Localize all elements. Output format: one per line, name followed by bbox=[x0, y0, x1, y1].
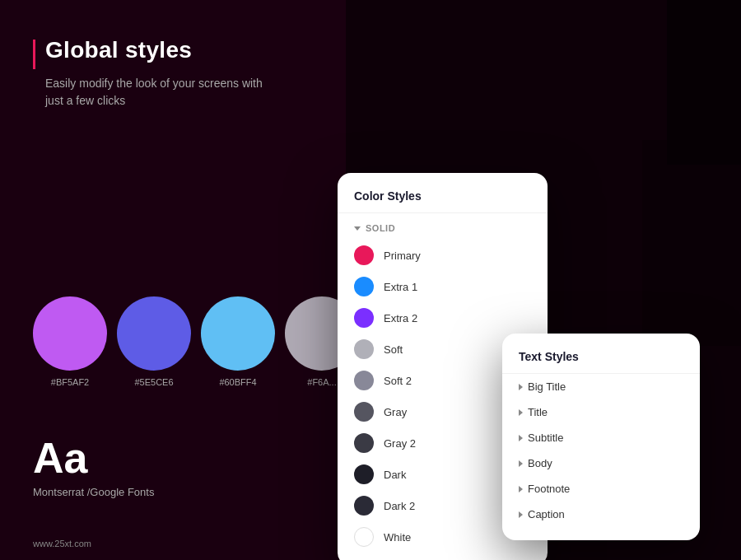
dark-decoration-1 bbox=[642, 140, 741, 346]
color-label-primary: Primary bbox=[384, 250, 421, 262]
color-label-extra1: Extra 1 bbox=[384, 281, 417, 293]
page-title: Global styles bbox=[45, 37, 276, 63]
text-item-bigtitle[interactable]: Big Title bbox=[502, 374, 700, 399]
website-label: www.25xt.com bbox=[33, 539, 91, 548]
color-label-dark: Dark bbox=[384, 469, 406, 481]
text-item-body[interactable]: Body bbox=[502, 450, 700, 476]
chevron-right-icon-footnote bbox=[519, 486, 523, 492]
text-label-title: Title bbox=[528, 406, 548, 418]
text-item-footnote[interactable]: Footnote bbox=[502, 476, 700, 502]
chevron-right-icon-bigtitle bbox=[519, 384, 523, 390]
color-hex-3: #60BFF4 bbox=[219, 377, 256, 387]
text-styles-card: Text Styles Big Title Title Subtitle Bod… bbox=[502, 334, 700, 540]
text-styles-card-title: Text Styles bbox=[502, 350, 700, 374]
accent-bar bbox=[33, 40, 35, 69]
color-styles-card-title: Color Styles bbox=[338, 189, 548, 213]
color-dot-dark bbox=[354, 464, 374, 484]
color-label-extra2: Extra 2 bbox=[384, 312, 417, 324]
text-label-caption: Caption bbox=[528, 508, 565, 520]
color-dot-soft bbox=[354, 339, 374, 359]
font-display: Aa bbox=[33, 436, 154, 479]
color-hex-2: #5E5CE6 bbox=[134, 377, 173, 387]
color-circle-blue bbox=[117, 296, 191, 371]
chevron-right-icon-body bbox=[519, 460, 523, 467]
color-dot-gray bbox=[354, 402, 374, 422]
color-dot-primary bbox=[354, 245, 374, 265]
text-label-footnote: Footnote bbox=[528, 483, 570, 495]
color-circles-section: #BF5AF2 #5E5CE6 #60BFF4 #F6A... bbox=[33, 296, 359, 387]
color-hex-4: #F6A... bbox=[307, 377, 336, 387]
color-label-soft: Soft bbox=[384, 343, 403, 356]
solid-section-label: Solid bbox=[338, 213, 548, 240]
color-dot-extra2 bbox=[354, 308, 374, 328]
dark-decoration-2 bbox=[667, 0, 741, 165]
color-label-white: White bbox=[384, 531, 411, 544]
text-label-subtitle: Subtitle bbox=[528, 432, 563, 444]
color-item-primary[interactable]: Primary bbox=[338, 240, 548, 271]
color-item-extra2[interactable]: Extra 2 bbox=[338, 302, 548, 334]
color-hex-1: #BF5AF2 bbox=[51, 377, 89, 387]
text-label-body: Body bbox=[528, 457, 552, 469]
chevron-right-icon-subtitle bbox=[519, 435, 523, 441]
chevron-right-icon-caption bbox=[519, 511, 523, 518]
page-subtitle: Easily modify the look of your screens w… bbox=[45, 75, 276, 110]
color-dot-white bbox=[354, 527, 374, 547]
color-dot-dark2 bbox=[354, 496, 374, 516]
font-name: Montserrat /Google Fonts bbox=[33, 486, 154, 498]
color-label-soft2: Soft 2 bbox=[384, 375, 412, 387]
color-label-gray2: Gray 2 bbox=[384, 437, 416, 450]
color-circle-item-2: #5E5CE6 bbox=[117, 296, 191, 387]
text-item-subtitle[interactable]: Subtitle bbox=[502, 425, 700, 450]
color-circle-purple bbox=[201, 296, 275, 371]
color-dot-soft2 bbox=[354, 371, 374, 390]
color-circle-pink bbox=[33, 296, 107, 371]
text-item-caption[interactable]: Caption bbox=[502, 502, 700, 527]
title-section: Global styles Easily modify the look of … bbox=[45, 37, 276, 110]
text-item-title[interactable]: Title bbox=[502, 399, 700, 425]
color-circle-item-3: #60BFF4 bbox=[201, 296, 275, 387]
color-circle-item-1: #BF5AF2 bbox=[33, 296, 107, 387]
solid-label: Solid bbox=[366, 223, 395, 233]
color-dot-gray2 bbox=[354, 433, 374, 453]
font-section: Aa Montserrat /Google Fonts bbox=[33, 436, 154, 498]
color-dot-extra1 bbox=[354, 277, 374, 296]
color-label-gray: Gray bbox=[384, 406, 407, 418]
chevron-down-icon bbox=[354, 226, 361, 231]
color-label-dark2: Dark 2 bbox=[384, 500, 415, 512]
text-label-bigtitle: Big Title bbox=[528, 380, 566, 393]
chevron-right-icon-title bbox=[519, 409, 523, 416]
color-item-extra1[interactable]: Extra 1 bbox=[338, 271, 548, 302]
